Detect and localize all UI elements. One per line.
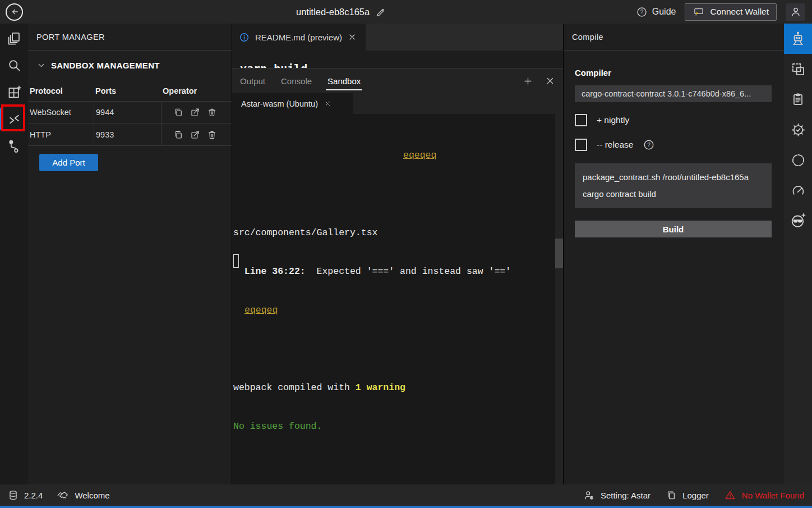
copy-icon xyxy=(173,130,183,140)
gauge-icon xyxy=(791,183,806,198)
nightly-label: + nightly xyxy=(597,115,629,125)
rail-item-deploy[interactable] xyxy=(784,54,812,84)
table-row: HTTP 9933 xyxy=(28,123,232,146)
close-panel-button[interactable] xyxy=(545,76,555,86)
session-tab-astar-wasm[interactable]: Astar-wasm (Ubuntu) xyxy=(232,93,353,114)
sandbox-management-section[interactable]: SANDBOX MANAGEMENT xyxy=(28,51,232,80)
port-manager-title: PORT MANAGER xyxy=(28,24,232,51)
rail-item-performance[interactable] xyxy=(784,175,812,205)
warning-count: 1 warning xyxy=(356,382,405,393)
release-help-icon[interactable]: ? xyxy=(643,139,655,151)
open-external-icon xyxy=(190,130,200,140)
terminal-warning-line: Line 36:22: Expected '===' and instead s… xyxy=(233,265,553,278)
editor-tab-bar: README.md (preview) xyxy=(232,24,563,51)
wallet-warning[interactable]: No Wallet Found xyxy=(724,489,804,501)
session-close-button[interactable] xyxy=(324,100,331,107)
terminal-cursor xyxy=(233,254,239,268)
welcome-button[interactable]: Welcome xyxy=(57,489,109,501)
sandbox-terminal-icon xyxy=(7,112,22,127)
logger-pages-icon xyxy=(666,489,677,501)
col-protocol: Protocol xyxy=(28,80,94,101)
readme-preview: yarn build Builds the app for production… xyxy=(232,51,563,68)
person-gear-icon xyxy=(583,489,595,501)
help-circle-icon: ? xyxy=(636,6,648,18)
project-title: untitled-eb8c165a xyxy=(296,0,386,24)
files-icon xyxy=(7,31,22,46)
port-cell: 9933 xyxy=(94,123,161,146)
logger-button[interactable]: Logger xyxy=(666,489,709,501)
delete-port-button[interactable] xyxy=(207,107,217,117)
build-command-box: package_contract.sh /root/untitled-eb8c1… xyxy=(575,163,772,208)
col-ports: Ports xyxy=(94,80,161,101)
terminal-scrollbar[interactable] xyxy=(555,114,563,484)
avatar-button[interactable] xyxy=(786,3,805,21)
protocol-cell: HTTP xyxy=(28,123,94,146)
delete-port-button[interactable] xyxy=(207,130,217,140)
compile-panel: Compile Compiler cargo-contract-contract… xyxy=(564,24,784,484)
user-avatar-icon xyxy=(790,6,802,18)
topbar-actions: ? Guide Connect Wallet xyxy=(636,3,812,21)
deploy-frames-icon xyxy=(791,62,806,77)
sidebar-item-sandbox[interactable] xyxy=(0,106,28,132)
command-line: cargo contract build xyxy=(583,186,764,203)
copy-icon xyxy=(173,107,183,117)
version-indicator[interactable]: 2.2.4 xyxy=(8,489,43,501)
tab-sandbox[interactable]: Sandbox xyxy=(327,68,361,93)
copy-port-button[interactable] xyxy=(173,107,183,117)
open-external-icon xyxy=(190,107,200,117)
rail-item-ai-assistant[interactable] xyxy=(784,145,812,175)
warning-message: Expected '===' and instead saw '==' xyxy=(306,266,511,277)
eqeqeq-rule-link[interactable]: eqeqeq xyxy=(403,150,436,161)
wallet-warning-label: No Wallet Found xyxy=(742,491,804,500)
nightly-checkbox[interactable] xyxy=(575,114,587,126)
tab-close-button[interactable] xyxy=(348,33,357,42)
build-button[interactable]: Build xyxy=(575,221,772,237)
session-tab-label: Astar-wasm (Ubuntu) xyxy=(241,99,318,108)
openai-icon xyxy=(791,153,806,168)
command-line: package_contract.sh /root/untitled-eb8c1… xyxy=(583,169,764,186)
guide-button[interactable]: ? Guide xyxy=(636,6,676,18)
terminal-output[interactable]: eqeqeq src/components/Gallery.tsx Line 3… xyxy=(232,114,563,484)
top-bar: untitled-eb8c165a ? Guide Connect Wallet xyxy=(0,0,812,24)
warning-triangle-icon xyxy=(724,489,736,501)
ide-window: untitled-eb8c165a ? Guide Connect Wallet xyxy=(0,0,812,508)
terminal-file-line: src/components/Gallery.tsx xyxy=(233,226,553,239)
add-port-button[interactable]: Add Port xyxy=(39,154,98,171)
compiled-line: webpack compiled with 1 warning xyxy=(233,381,553,394)
sidebar-item-search[interactable] xyxy=(0,52,28,79)
open-port-button[interactable] xyxy=(190,107,200,117)
rail-item-tasks[interactable] xyxy=(784,84,812,115)
compiler-version-select[interactable]: cargo-contract-contract 3.0.1-c746b0d-x8… xyxy=(575,85,772,102)
sidebar-item-plugin-manager[interactable] xyxy=(0,79,28,106)
no-issues-line: No issues found. xyxy=(233,420,553,433)
eqeqeq-rule-link[interactable]: eqeqeq xyxy=(244,305,278,315)
open-port-button[interactable] xyxy=(190,130,200,140)
sidebar-item-source-control[interactable] xyxy=(0,132,28,159)
chevron-down-icon xyxy=(36,61,46,70)
tab-output[interactable]: Output xyxy=(240,68,265,93)
tab-readme[interactable]: README.md (preview) xyxy=(232,24,366,51)
tab-console[interactable]: Console xyxy=(281,68,312,93)
copy-port-button[interactable] xyxy=(173,130,183,140)
plus-icon xyxy=(523,76,533,86)
bottom-panel-tabs: Output Console Sandbox xyxy=(232,68,563,93)
rail-item-compile[interactable] xyxy=(784,24,812,54)
rail-item-verify[interactable] xyxy=(784,115,812,145)
project-title-text: untitled-eb8c165a xyxy=(296,7,370,17)
port-cell: 9944 xyxy=(94,101,161,123)
text: webpack compiled with xyxy=(233,382,356,393)
sidebar-item-explorer[interactable] xyxy=(0,25,28,52)
edit-pencil-icon[interactable] xyxy=(375,7,386,17)
rail-item-avatar-scan[interactable] xyxy=(784,205,812,236)
connect-wallet-button[interactable]: Connect Wallet xyxy=(685,3,777,21)
svg-text:?: ? xyxy=(640,9,643,15)
welcome-label: Welcome xyxy=(75,491,109,500)
setting-indicator[interactable]: Setting: Astar xyxy=(583,489,650,501)
protocol-cell: WebSocket xyxy=(28,101,94,123)
terminal-session-row: Astar-wasm (Ubuntu) xyxy=(232,93,563,114)
wallet-icon xyxy=(693,6,705,17)
section-title: SANDBOX MANAGEMENT xyxy=(51,61,160,70)
scrollbar-thumb[interactable] xyxy=(555,239,563,268)
back-button[interactable] xyxy=(6,3,23,21)
new-terminal-button[interactable] xyxy=(523,76,533,86)
